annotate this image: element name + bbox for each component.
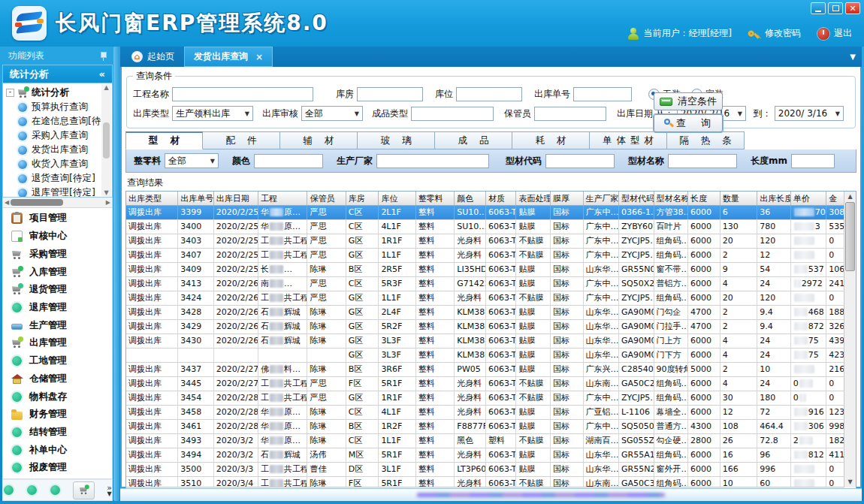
column-header-出库长度[interactable]: 出库长度 [757, 192, 791, 205]
sidebar-item-报废管理[interactable]: 报废管理 [3, 461, 112, 474]
grid-vertical-scrollbar[interactable]: ▲ ▼ [844, 192, 856, 487]
table-row[interactable]: 调拨出库34372020/2/27佛料…陈琳B区3R6F整料PW056063-T… [126, 363, 844, 377]
scroll-right-icon[interactable]: ▶ [106, 199, 110, 206]
sidebar-item-出库管理[interactable]: 出库管理 [3, 337, 112, 349]
splitter-handle[interactable] [113, 47, 119, 501]
column-header-生产厂家[interactable]: 生产厂家 [584, 192, 620, 205]
table-row[interactable]: 调拨出库34242020/2/26工共工程严思G区1L1F整料光身料6063-T… [126, 291, 844, 306]
scroll-thumb[interactable] [11, 199, 63, 206]
sidebar-item-生产管理[interactable]: 生产管理 [3, 319, 112, 332]
sidebar-group-header[interactable]: 统计分析 « [2, 65, 113, 83]
sidebar-item-项目管理[interactable]: 项目管理 [3, 212, 112, 225]
table-row[interactable]: 调拨出库34002020/2/25华原…严思C区4L1F整料SU10…6063-… [126, 220, 844, 234]
logout-button[interactable]: 退出 [817, 27, 852, 40]
sidebar-item-工地管理[interactable]: 工地管理 [3, 355, 112, 367]
table-row[interactable]: 调拨出库34612020/2/28华原…陈琳B区1R2F整料F8877FT606… [126, 420, 844, 434]
order-no-input[interactable] [573, 87, 632, 101]
product-type-input[interactable] [411, 107, 494, 121]
minimize-button[interactable] [811, 2, 826, 14]
tree-item[interactable]: 退库管理[待定] [6, 186, 101, 198]
material-tab-配件[interactable]: 配 件 [203, 131, 280, 149]
column-header-型材代码[interactable]: 型材代码 [619, 192, 654, 205]
sidebar-item-物料盘存[interactable]: 物料盘存 [3, 391, 112, 403]
tab-list-dropdown-icon[interactable]: ▼ [850, 53, 856, 61]
pin-icon[interactable] [99, 51, 107, 61]
sidebar-item-仓储管理[interactable]: 仓储管理 [3, 373, 112, 385]
column-header-材质[interactable]: 材质 [486, 192, 517, 205]
table-row[interactable]: 调拨出库34032020/2/25工共工程严思G区1R1F整料光身料6063-T… [126, 234, 844, 249]
tree-horizontal-scrollbar[interactable]: ◀ ▶ [2, 198, 113, 208]
material-tab-辅材[interactable]: 辅 材 [280, 131, 358, 149]
table-row[interactable]: 调拨出库34072020/2/25工共工程严思G区1L1F整料光身料6063-T… [126, 249, 844, 263]
column-header-库位[interactable]: 库位 [379, 192, 415, 205]
scroll-thumb[interactable] [103, 122, 110, 158]
material-tab-玻璃[interactable]: 玻 璃 [358, 131, 435, 149]
sidebar-item-退库管理[interactable]: 退库管理 [3, 301, 112, 314]
column-header-型材名称[interactable]: 型材名称 [654, 192, 689, 205]
profile-name-input[interactable] [668, 154, 737, 168]
project-name-input[interactable] [172, 87, 313, 101]
scroll-left-icon[interactable]: ◀ [5, 199, 9, 206]
date-to-picker[interactable]: 2020/ 3/16▼ [775, 106, 844, 121]
module-dot-icon[interactable] [4, 485, 14, 495]
warehouse-input[interactable] [357, 87, 423, 101]
sidebar-item-结转管理[interactable]: 结转管理 [3, 426, 112, 439]
collapse-icon[interactable]: « [99, 68, 105, 80]
table-row[interactable]: 调拨出库34132020/2/26南…严思C区5R3F整料G714226063-… [126, 277, 844, 291]
scroll-down-icon[interactable]: ▼ [104, 189, 108, 196]
scroll-up-icon[interactable]: ▲ [104, 84, 108, 91]
material-tab-型材[interactable]: 型 材 [125, 131, 203, 149]
tree-root[interactable]: - 统计分析 [6, 86, 101, 100]
length-input[interactable] [791, 154, 835, 168]
tab-shipment-query[interactable]: 发货出库查询 × [184, 47, 273, 67]
module-dot-icon[interactable] [27, 485, 37, 495]
material-tab-隔热条[interactable]: 隔 热 条 [667, 131, 745, 149]
whole-piece-select[interactable]: 全部▼ [165, 153, 219, 168]
table-row[interactable]: 调拨出库34582020/2/28华原…陈琳C区4L1F整料光身料6063-T5… [126, 406, 844, 420]
sidebar-item-入库管理[interactable]: 入库管理 [3, 266, 112, 279]
overflow-chevron[interactable]: »▼ [107, 484, 112, 497]
column-header-保管员[interactable]: 保管员 [307, 192, 346, 205]
tree-item[interactable]: 预算执行查询 [6, 100, 101, 114]
table-row[interactable]: 调拨出库34092020/2/25长…陈琳B区2R5F整料LI35HD6063-… [126, 263, 844, 277]
cart-module-button[interactable] [73, 481, 95, 499]
search-button[interactable]: 查 询 [654, 114, 723, 132]
close-button[interactable]: ✕ [845, 2, 860, 14]
scroll-thumb[interactable] [845, 202, 855, 271]
sidebar-item-补单中心[interactable]: 补单中心 [3, 444, 112, 457]
table-row[interactable]: 调拨出库35102020/3/4工共工程陈琳F区5R1F整料光身料6063-T5… [126, 477, 844, 487]
column-header-整零料[interactable]: 整零料 [416, 192, 455, 205]
tab-home[interactable]: ⌂ 起始页 [122, 47, 184, 67]
column-header-出库日期[interactable]: 出库日期 [214, 192, 258, 205]
column-header-数量[interactable]: 数量 [721, 192, 757, 205]
maximize-button[interactable] [828, 2, 843, 14]
column-header-长度[interactable]: 长度 [688, 192, 721, 205]
material-tab-耗材[interactable]: 耗 材 [512, 131, 590, 149]
table-row[interactable]: 调拨出库34452020/2/27工共工程严思F区5R1F整料光身料6063-T… [126, 377, 844, 391]
tree-item[interactable]: 发货出库查询 [6, 143, 101, 157]
audit-select[interactable]: 全部▼ [301, 106, 363, 121]
keeper-input[interactable] [534, 107, 606, 121]
column-header-出库类型[interactable]: 出库类型 [126, 192, 178, 205]
sidebar-item-财务管理[interactable]: 财务管理 [3, 408, 112, 421]
table-row[interactable]: 调拨出库34932020/3/2华原…陈琳C区1L1F整料黑色塑料不贴膜国标湖南… [126, 434, 844, 448]
maker-input[interactable] [376, 154, 489, 168]
column-header-表面处理[interactable]: 表面处理 [516, 192, 551, 205]
column-header-出库单号[interactable]: 出库单号 [178, 192, 214, 205]
sidebar-item-采购管理[interactable]: 采购管理 [3, 248, 112, 261]
column-header-单价[interactable]: 单价 [791, 192, 827, 205]
sidebar-item-退货管理[interactable]: 退货管理 [3, 283, 112, 296]
tree-item[interactable]: 采购入库查询 [6, 128, 101, 143]
tree-item[interactable]: 退货查询[待定] [6, 171, 101, 186]
table-row[interactable]: 调拨出库35002020/3/3工共工程曹佳D区3L1F整料LT3P606063… [126, 463, 844, 477]
change-password-button[interactable]: 修改密码 [748, 27, 801, 40]
profile-code-input[interactable] [545, 154, 615, 168]
column-header-工程[interactable]: 工程 [258, 192, 307, 205]
table-row[interactable]: 调拨出库34282020/2/26石辉城陈琳G区2L4F整料KLM3817606… [126, 306, 844, 320]
material-tab-单体型材[interactable]: 单体型材 [590, 131, 667, 149]
column-header-颜色[interactable]: 颜色 [455, 192, 486, 205]
scroll-up-icon[interactable]: ▲ [847, 192, 852, 202]
color-input[interactable] [254, 154, 323, 168]
out-type-select[interactable]: 生产领料出库▼ [172, 106, 253, 121]
clear-conditions-button[interactable]: 清空条件 [654, 92, 723, 110]
